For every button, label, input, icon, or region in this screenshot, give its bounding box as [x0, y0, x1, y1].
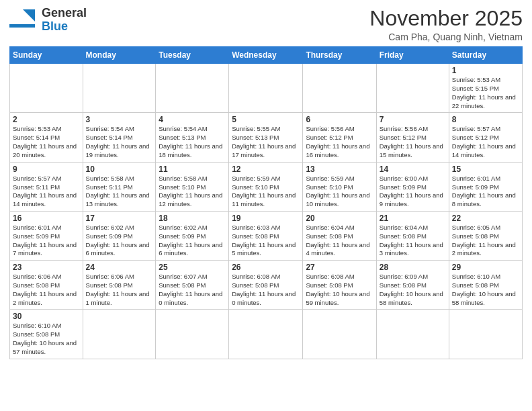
- day-number: 29: [452, 263, 519, 272]
- calendar-cell: [229, 64, 303, 113]
- day-number: 7: [380, 115, 446, 124]
- location: Cam Pha, Quang Ninh, Vietnam: [369, 32, 523, 42]
- day-number: 2: [13, 115, 80, 124]
- calendar-cell: 5Sunrise: 5:55 AM Sunset: 5:13 PM Daylig…: [229, 113, 303, 162]
- logo-text: GeneralBlue: [42, 7, 87, 34]
- col-thursday: Thursday: [303, 47, 376, 64]
- svg-marker-0: [23, 9, 35, 21]
- calendar-cell: 1Sunrise: 5:53 AM Sunset: 5:15 PM Daylig…: [449, 64, 522, 113]
- day-number: 9: [13, 165, 80, 174]
- day-info: Sunrise: 6:07 AM Sunset: 5:08 PM Dayligh…: [159, 273, 226, 307]
- calendar-cell: 16Sunrise: 6:01 AM Sunset: 5:09 PM Dayli…: [10, 211, 83, 260]
- calendar-header-row: Sunday Monday Tuesday Wednesday Thursday…: [10, 47, 523, 64]
- day-info: Sunrise: 6:10 AM Sunset: 5:08 PM Dayligh…: [452, 273, 519, 307]
- day-info: Sunrise: 5:59 AM Sunset: 5:10 PM Dayligh…: [232, 175, 300, 209]
- day-number: 5: [232, 115, 300, 124]
- calendar-cell: [229, 310, 303, 359]
- calendar-week-1: 2Sunrise: 5:53 AM Sunset: 5:14 PM Daylig…: [10, 113, 523, 162]
- day-number: 22: [452, 214, 519, 223]
- calendar-cell: 7Sunrise: 5:56 AM Sunset: 5:12 PM Daylig…: [376, 113, 449, 162]
- calendar-week-3: 16Sunrise: 6:01 AM Sunset: 5:09 PM Dayli…: [10, 211, 523, 260]
- calendar-cell: [156, 64, 229, 113]
- calendar-cell: 11Sunrise: 5:58 AM Sunset: 5:10 PM Dayli…: [156, 162, 229, 211]
- calendar-cell: 30Sunrise: 6:10 AM Sunset: 5:08 PM Dayli…: [10, 310, 83, 359]
- calendar-cell: [303, 310, 376, 359]
- day-number: 10: [86, 165, 153, 174]
- calendar-cell: 12Sunrise: 5:59 AM Sunset: 5:10 PM Dayli…: [229, 162, 303, 211]
- calendar-cell: 8Sunrise: 5:57 AM Sunset: 5:12 PM Daylig…: [449, 113, 522, 162]
- day-info: Sunrise: 5:54 AM Sunset: 5:14 PM Dayligh…: [86, 125, 153, 159]
- col-saturday: Saturday: [449, 47, 522, 64]
- day-number: 24: [86, 263, 153, 272]
- calendar-week-2: 9Sunrise: 5:57 AM Sunset: 5:11 PM Daylig…: [10, 162, 523, 211]
- day-info: Sunrise: 6:04 AM Sunset: 5:08 PM Dayligh…: [380, 224, 446, 258]
- calendar-cell: 19Sunrise: 6:03 AM Sunset: 5:08 PM Dayli…: [229, 211, 303, 260]
- day-number: 14: [380, 165, 446, 174]
- day-number: 25: [159, 263, 226, 272]
- calendar-cell: [376, 310, 449, 359]
- day-info: Sunrise: 6:02 AM Sunset: 5:09 PM Dayligh…: [159, 224, 226, 258]
- day-info: Sunrise: 6:03 AM Sunset: 5:08 PM Dayligh…: [232, 224, 300, 258]
- calendar-cell: 14Sunrise: 6:00 AM Sunset: 5:09 PM Dayli…: [376, 162, 449, 211]
- month-title: November 2025: [369, 7, 523, 30]
- day-number: 11: [159, 165, 226, 174]
- calendar-cell: 10Sunrise: 5:58 AM Sunset: 5:11 PM Dayli…: [83, 162, 156, 211]
- calendar-week-4: 23Sunrise: 6:06 AM Sunset: 5:08 PM Dayli…: [10, 261, 523, 310]
- day-info: Sunrise: 6:06 AM Sunset: 5:08 PM Dayligh…: [13, 273, 80, 307]
- calendar-cell: 6Sunrise: 5:56 AM Sunset: 5:12 PM Daylig…: [303, 113, 376, 162]
- page: GeneralBlue November 2025 Cam Pha, Quang…: [0, 0, 532, 411]
- day-number: 16: [13, 214, 80, 223]
- day-info: Sunrise: 5:58 AM Sunset: 5:11 PM Dayligh…: [86, 175, 153, 209]
- calendar-cell: 9Sunrise: 5:57 AM Sunset: 5:11 PM Daylig…: [10, 162, 83, 211]
- day-info: Sunrise: 5:55 AM Sunset: 5:13 PM Dayligh…: [232, 125, 300, 159]
- calendar: Sunday Monday Tuesday Wednesday Thursday…: [9, 46, 523, 359]
- col-wednesday: Wednesday: [229, 47, 303, 64]
- calendar-cell: [449, 310, 522, 359]
- day-number: 13: [306, 165, 373, 174]
- header: GeneralBlue November 2025 Cam Pha, Quang…: [9, 7, 523, 42]
- col-monday: Monday: [83, 47, 156, 64]
- calendar-cell: 2Sunrise: 5:53 AM Sunset: 5:14 PM Daylig…: [10, 113, 83, 162]
- col-sunday: Sunday: [10, 47, 83, 64]
- day-number: 26: [232, 263, 300, 272]
- logo: GeneralBlue: [9, 7, 87, 34]
- day-info: Sunrise: 5:53 AM Sunset: 5:14 PM Dayligh…: [13, 125, 80, 159]
- day-info: Sunrise: 5:57 AM Sunset: 5:11 PM Dayligh…: [13, 175, 80, 209]
- day-number: 27: [306, 263, 373, 272]
- calendar-cell: 24Sunrise: 6:06 AM Sunset: 5:08 PM Dayli…: [83, 261, 156, 310]
- day-info: Sunrise: 6:06 AM Sunset: 5:08 PM Dayligh…: [86, 273, 153, 307]
- calendar-cell: 18Sunrise: 6:02 AM Sunset: 5:09 PM Dayli…: [156, 211, 229, 260]
- logo-icon: [9, 7, 39, 34]
- calendar-cell: 20Sunrise: 6:04 AM Sunset: 5:08 PM Dayli…: [303, 211, 376, 260]
- col-tuesday: Tuesday: [156, 47, 229, 64]
- day-number: 23: [13, 263, 80, 272]
- calendar-cell: 26Sunrise: 6:08 AM Sunset: 5:08 PM Dayli…: [229, 261, 303, 310]
- day-info: Sunrise: 6:05 AM Sunset: 5:08 PM Dayligh…: [452, 224, 519, 258]
- day-number: 19: [232, 214, 300, 223]
- day-info: Sunrise: 5:56 AM Sunset: 5:12 PM Dayligh…: [380, 125, 446, 159]
- day-number: 4: [159, 115, 226, 124]
- calendar-week-5: 30Sunrise: 6:10 AM Sunset: 5:08 PM Dayli…: [10, 310, 523, 359]
- calendar-cell: 28Sunrise: 6:09 AM Sunset: 5:08 PM Dayli…: [376, 261, 449, 310]
- day-info: Sunrise: 5:58 AM Sunset: 5:10 PM Dayligh…: [159, 175, 226, 209]
- day-number: 15: [452, 165, 519, 174]
- day-number: 3: [86, 115, 153, 124]
- calendar-cell: [83, 310, 156, 359]
- calendar-cell: [10, 64, 83, 113]
- day-number: 30: [13, 312, 80, 321]
- calendar-cell: 22Sunrise: 6:05 AM Sunset: 5:08 PM Dayli…: [449, 211, 522, 260]
- day-info: Sunrise: 6:02 AM Sunset: 5:09 PM Dayligh…: [86, 224, 153, 258]
- day-info: Sunrise: 5:59 AM Sunset: 5:10 PM Dayligh…: [306, 175, 373, 209]
- day-number: 18: [159, 214, 226, 223]
- day-info: Sunrise: 6:08 AM Sunset: 5:08 PM Dayligh…: [232, 273, 300, 307]
- calendar-cell: 21Sunrise: 6:04 AM Sunset: 5:08 PM Dayli…: [376, 211, 449, 260]
- title-area: November 2025 Cam Pha, Quang Ninh, Vietn…: [369, 7, 523, 42]
- day-info: Sunrise: 6:04 AM Sunset: 5:08 PM Dayligh…: [306, 224, 373, 258]
- calendar-body: 1Sunrise: 5:53 AM Sunset: 5:15 PM Daylig…: [10, 64, 523, 359]
- day-number: 20: [306, 214, 373, 223]
- day-info: Sunrise: 5:54 AM Sunset: 5:13 PM Dayligh…: [159, 125, 226, 159]
- day-info: Sunrise: 5:53 AM Sunset: 5:15 PM Dayligh…: [452, 76, 519, 110]
- day-number: 17: [86, 214, 153, 223]
- day-number: 21: [380, 214, 446, 223]
- calendar-week-0: 1Sunrise: 5:53 AM Sunset: 5:15 PM Daylig…: [10, 64, 523, 113]
